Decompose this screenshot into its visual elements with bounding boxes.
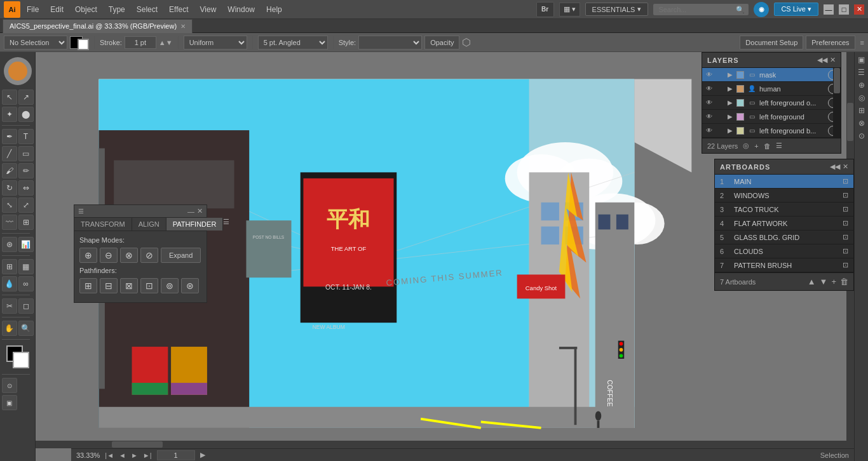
- scissors-tool[interactable]: ✂: [2, 298, 17, 314]
- artboard-add-btn[interactable]: +: [831, 277, 836, 286]
- expand-button[interactable]: Expand: [161, 248, 201, 263]
- type-tool[interactable]: T: [18, 129, 34, 144]
- right-strip-btn-6[interactable]: ⊗: [857, 118, 867, 128]
- artboard-row-7[interactable]: 7 PATTERN BRUSH ⊡: [715, 258, 853, 272]
- minus-back-btn[interactable]: ⊛: [181, 278, 199, 293]
- layer-row-human[interactable]: 👁 ▶ 👤 human: [702, 82, 841, 96]
- artboard-input[interactable]: [157, 450, 195, 460]
- tab-transform[interactable]: TRANSFORM: [74, 218, 132, 230]
- pen-tool[interactable]: ✒: [2, 129, 17, 144]
- screen-mode-btn[interactable]: ▣: [2, 395, 17, 410]
- layer-lock-icon[interactable]: [716, 98, 725, 107]
- stroke-uniform-dropdown[interactable]: Uniform: [184, 36, 247, 50]
- opacity-icon[interactable]: ⬡: [462, 36, 471, 48]
- artboard-row-2[interactable]: 2 WINDOWS ⊡: [715, 189, 853, 203]
- layer-expand-arrow[interactable]: ▶: [728, 127, 734, 134]
- hand-tool[interactable]: ✋: [2, 321, 17, 336]
- drawing-mode-btn[interactable]: ⊙: [2, 378, 17, 393]
- artboard-row-5[interactable]: 5 GLASS BLDG. GRID ⊡: [715, 230, 853, 244]
- document-tab[interactable]: AICS5_perspective_final.ai @ 33.33% (RGB…: [3, 19, 193, 33]
- document-navigator[interactable]: [4, 57, 32, 85]
- layer-eye-icon[interactable]: 👁: [705, 112, 714, 121]
- layers-panel-close[interactable]: ✕: [830, 56, 836, 64]
- layer-expand-arrow[interactable]: ▶: [728, 113, 734, 120]
- bridge-button[interactable]: Br: [536, 2, 554, 17]
- tab-align[interactable]: ALIGN: [132, 218, 166, 230]
- brush-style-dropdown[interactable]: 5 pt. Angled: [258, 36, 328, 50]
- layer-eye-icon[interactable]: 👁: [705, 84, 714, 93]
- artboard-move-down-btn[interactable]: ▼: [820, 277, 828, 286]
- panel-menu-icon[interactable]: ☰: [223, 218, 229, 230]
- layer-expand-arrow[interactable]: ▶: [728, 71, 734, 78]
- menu-select[interactable]: Select: [132, 3, 163, 17]
- menu-object[interactable]: Object: [70, 3, 102, 17]
- right-strip-btn-5[interactable]: ⊞: [857, 105, 867, 116]
- divide-btn[interactable]: ⊞: [79, 278, 97, 293]
- exclude-btn[interactable]: ⊘: [140, 248, 158, 263]
- search-input[interactable]: [653, 4, 749, 15]
- layer-lock-icon[interactable]: [716, 126, 725, 135]
- style-dropdown[interactable]: [358, 36, 422, 50]
- right-strip-btn-7[interactable]: ⊙: [857, 131, 867, 141]
- layer-lock-icon[interactable]: [716, 84, 725, 93]
- outline-btn[interactable]: ⊚: [161, 278, 179, 293]
- layer-row-left-fg[interactable]: 👁 ▶ ▭ left foreground: [702, 110, 841, 124]
- layer-row-left-fg-o[interactable]: 👁 ▶ ▭ left foreground o...: [702, 96, 841, 110]
- layer-row-left-fg-b[interactable]: 👁 ▶ ▭ left foreground b...: [702, 124, 841, 138]
- zoom-tool[interactable]: 🔍: [18, 321, 34, 336]
- minimize-button[interactable]: —: [824, 4, 834, 15]
- gradient-tool[interactable]: ▦: [18, 259, 34, 274]
- artboards-panel-close[interactable]: ✕: [843, 163, 848, 171]
- layers-scrollbar[interactable]: [833, 68, 841, 138]
- preferences-button[interactable]: Preferences: [806, 36, 855, 50]
- right-strip-btn-1[interactable]: ▣: [857, 55, 867, 65]
- selection-dropdown[interactable]: No Selection: [4, 36, 67, 50]
- eraser-tool[interactable]: ◻: [18, 298, 34, 314]
- crop-btn[interactable]: ⊡: [140, 278, 158, 293]
- trim-btn[interactable]: ⊟: [100, 278, 118, 293]
- eyedropper-tool[interactable]: 💧: [2, 276, 17, 291]
- rectangle-tool[interactable]: ▭: [18, 146, 34, 161]
- opacity-button[interactable]: Opacity: [424, 36, 459, 50]
- unite-btn[interactable]: ⊕: [79, 248, 97, 263]
- right-strip-btn-3[interactable]: ⊕: [857, 80, 867, 90]
- artboard-row-6[interactable]: 6 CLOUDS ⊡: [715, 244, 853, 258]
- stroke-unit-spinner[interactable]: ▲▼: [159, 39, 173, 46]
- menu-type[interactable]: Type: [104, 3, 130, 17]
- layers-panel-collapse[interactable]: ◀◀: [817, 56, 827, 64]
- menu-file[interactable]: File: [22, 3, 44, 17]
- free-transform-tool[interactable]: ⊞: [18, 215, 34, 230]
- lasso-tool[interactable]: ⬤: [18, 107, 34, 122]
- artboard-row-3[interactable]: 3 TACO TRUCK ⊡: [715, 203, 853, 217]
- layer-lock-icon[interactable]: [716, 112, 725, 121]
- rotate-tool[interactable]: ↻: [2, 180, 17, 196]
- layer-expand-arrow[interactable]: ▶: [728, 99, 734, 106]
- merge-btn[interactable]: ⊠: [120, 278, 138, 293]
- column-graph-tool[interactable]: 📊: [18, 237, 34, 252]
- paintbrush-tool[interactable]: 🖌: [2, 163, 17, 178]
- layers-scroll-thumb[interactable]: [834, 68, 840, 93]
- layer-lock-icon[interactable]: [716, 70, 725, 79]
- menu-view[interactable]: View: [195, 3, 222, 17]
- layer-eye-icon[interactable]: 👁: [705, 70, 714, 79]
- warp-tool[interactable]: 〰: [2, 215, 17, 230]
- go-prev-btn[interactable]: ◄: [119, 451, 126, 459]
- go-last-btn[interactable]: ►|: [143, 451, 152, 459]
- layer-eye-icon[interactable]: 👁: [705, 98, 714, 107]
- essentials-button[interactable]: ESSENTIALS ▾: [585, 3, 649, 16]
- go-first-btn[interactable]: |◄: [105, 451, 114, 459]
- stroke-input[interactable]: [125, 36, 156, 49]
- layer-options-btn[interactable]: ☰: [776, 142, 782, 150]
- horizontal-scrollbar[interactable]: [36, 441, 854, 448]
- artboard-forward-btn[interactable]: ▶: [200, 451, 205, 459]
- menu-edit[interactable]: Edit: [45, 3, 69, 17]
- reflect-tool[interactable]: ⇔: [18, 180, 34, 196]
- layer-row-mask[interactable]: 👁 ▶ ▭ mask: [702, 68, 841, 82]
- delete-layer-btn[interactable]: 🗑: [764, 142, 771, 150]
- artboard-row-4[interactable]: 4 FLAT ARTWORK ⊡: [715, 217, 853, 230]
- artboard-move-up-btn[interactable]: ▲: [808, 277, 816, 286]
- h-scroll-thumb[interactable]: [112, 441, 163, 448]
- magic-wand-tool[interactable]: ✦: [2, 107, 17, 122]
- blend-tool[interactable]: ∞: [18, 276, 34, 291]
- pencil-tool[interactable]: ✏: [18, 163, 34, 178]
